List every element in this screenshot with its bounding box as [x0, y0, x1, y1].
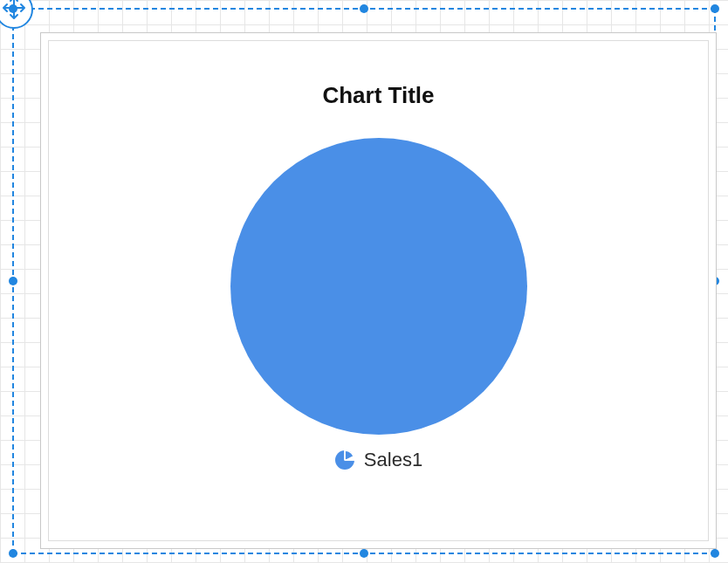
legend-series-label[interactable]: Sales1	[364, 449, 422, 471]
resize-handle-top-left[interactable]	[9, 4, 17, 13]
chart-selection-frame[interactable]: Chart Title Sales1	[12, 8, 716, 554]
resize-handle-top-center[interactable]	[360, 4, 368, 13]
resize-handle-middle-left[interactable]	[9, 277, 17, 285]
chart-legend[interactable]: Sales1	[41, 449, 716, 471]
resize-handle-bottom-left[interactable]	[9, 549, 17, 558]
resize-handle-bottom-center[interactable]	[360, 549, 368, 558]
chart-object[interactable]: Chart Title Sales1	[40, 32, 717, 549]
chart-title[interactable]: Chart Title	[41, 82, 716, 109]
pie-chart[interactable]	[230, 138, 527, 435]
pie-icon	[334, 450, 355, 470]
pie-slice-sales1[interactable]	[230, 138, 527, 435]
move-handle[interactable]	[0, 0, 33, 29]
resize-handle-bottom-right[interactable]	[711, 549, 719, 558]
resize-handle-top-right[interactable]	[711, 4, 719, 13]
